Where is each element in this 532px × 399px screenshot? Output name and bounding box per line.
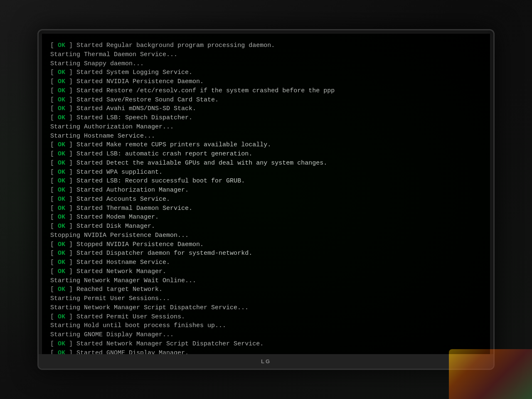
ok-status: OK [54, 177, 69, 185]
ok-status: OK [54, 42, 69, 49]
log-line: [ OK ] Started LSB: automatic crash repo… [50, 150, 482, 159]
log-line: [ OK ] Started Avahi mDNS/DNS-SD Stack. [50, 104, 482, 113]
log-indent-message: Starting GNOME Display Manager... [50, 331, 174, 338]
log-message: Started Save/Restore Sound Card State. [76, 96, 219, 103]
bracket-open: [ [50, 187, 54, 194]
log-line: Starting Network Manager Script Dispatch… [50, 303, 482, 313]
bracket-close: ] [69, 205, 73, 212]
log-indent-message: Starting Thermal Daemon Service... [50, 51, 177, 58]
bracket-close: ] [69, 114, 73, 121]
bracket-open: [ [50, 141, 54, 148]
bracket-close: ] [69, 268, 73, 275]
ok-status: OK [54, 241, 69, 248]
log-line: Starting Thermal Daemon Service... [50, 50, 482, 59]
bracket-close: ] [69, 241, 73, 248]
log-message: Started Avahi mDNS/DNS-SD Stack. [76, 105, 196, 112]
log-line: [ OK ] Started Make remote CUPS printers… [50, 140, 482, 150]
bracket-close: ] [69, 96, 73, 103]
log-line: [ OK ] Started LSB: Record successful bo… [50, 177, 482, 186]
log-line: [ OK ] Started Dispatcher daemon for sys… [50, 249, 482, 258]
bracket-close: ] [69, 105, 73, 112]
log-message: Started LSB: Speech Dispatcher. [76, 114, 192, 121]
log-line: [ OK ] Started GNOME Display Manager. [50, 349, 482, 355]
bracket-close: ] [69, 169, 73, 176]
bracket-close: ] [69, 69, 73, 76]
log-line: Starting Network Manager Wait Online... [50, 276, 482, 286]
log-message: Started Network Manager Script Dispatche… [76, 340, 264, 347]
log-line: [ OK ] Started Save/Restore Sound Card S… [50, 96, 482, 105]
bracket-open: [ [50, 87, 54, 94]
log-line: Starting Hostname Service... [50, 132, 482, 141]
bracket-close: ] [69, 150, 73, 158]
ok-status: OK [54, 268, 69, 275]
ok-status: OK [54, 87, 69, 94]
bracket-open: [ [50, 205, 54, 212]
log-message: Started LSB: Record successful boot for … [76, 177, 245, 185]
log-line: Starting GNOME Display Manager... [50, 330, 482, 340]
bracket-open: [ [50, 78, 54, 85]
ok-status: OK [54, 196, 69, 203]
bracket-open: [ [50, 350, 54, 355]
bracket-open: [ [50, 286, 54, 293]
ok-status: OK [54, 105, 69, 112]
log-indent-message: Starting Hold until boot process finishe… [50, 322, 226, 329]
log-message: Started GNOME Display Manager. [76, 350, 189, 355]
bracket-close: ] [69, 177, 73, 185]
ok-status: OK [54, 187, 69, 194]
ok-status: OK [54, 160, 69, 167]
bracket-close: ] [69, 160, 73, 167]
log-line: Starting Permit User Sessions... [50, 294, 482, 303]
bracket-open: [ [50, 196, 54, 203]
bracket-open: [ [50, 313, 54, 320]
bracket-close: ] [69, 187, 73, 194]
log-message: Started Make remote CUPS printers availa… [76, 141, 271, 148]
bracket-open: [ [50, 268, 54, 275]
bracket-open: [ [50, 241, 54, 248]
ok-status: OK [54, 78, 69, 85]
log-indent-message: Starting Network Manager Wait Online... [50, 277, 196, 284]
bracket-close: ] [69, 78, 73, 85]
log-line: [ OK ] Started Permit User Sessions. [50, 313, 482, 322]
log-message: Started NVIDIA Persistence Daemon. [76, 78, 204, 85]
ok-status: OK [54, 141, 69, 148]
log-line: [ OK ] Started Restore /etc/resolv.conf … [50, 86, 482, 96]
bracket-close: ] [69, 286, 73, 293]
log-line: Starting Snappy daemon... [50, 59, 482, 69]
ok-status: OK [54, 340, 69, 347]
bracket-open: [ [50, 42, 54, 49]
log-message: Started Permit User Sessions. [76, 313, 185, 320]
log-line: [ OK ] Started Thermal Daemon Service. [50, 204, 482, 213]
log-message: Started Hostname Service. [76, 259, 170, 266]
log-line: [ OK ] Started Hostname Service. [50, 258, 482, 267]
log-line: [ OK ] Started WPA supplicant. [50, 168, 482, 177]
bracket-open: [ [50, 150, 54, 158]
log-message: Started Regular background program proce… [76, 42, 275, 49]
log-message: Stopped NVIDIA Persistence Daemon. [76, 241, 204, 248]
log-line: [ OK ] Started Disk Manager. [50, 222, 482, 231]
log-message: Started Modem Manager. [76, 214, 159, 221]
log-line: [ OK ] Started Detect the available GPUs… [50, 159, 482, 168]
bracket-close: ] [69, 214, 73, 221]
log-line: [ OK ] Started Accounts Service. [50, 195, 482, 204]
terminal-screen: [ OK ] Started Regular background progra… [42, 34, 490, 354]
ok-status: OK [54, 214, 69, 221]
log-message: Started Thermal Daemon Service. [76, 205, 192, 212]
ok-status: OK [54, 259, 69, 266]
log-indent-message: Starting Snappy daemon... [50, 60, 144, 67]
ok-status: OK [54, 69, 69, 76]
bracket-close: ] [69, 250, 73, 257]
log-message: Started LSB: automatic crash report gene… [76, 150, 252, 158]
log-line: [ OK ] Started Network Manager. [50, 267, 482, 276]
monitor-outer: [ OK ] Started Regular background progra… [0, 0, 532, 399]
log-message: Started WPA supplicant. [76, 169, 163, 176]
log-line: [ OK ] Started NVIDIA Persistence Daemon… [50, 77, 482, 86]
ok-status: OK [54, 169, 69, 176]
ok-status: OK [54, 223, 69, 230]
bracket-close: ] [69, 42, 73, 49]
log-indent-message: Starting Network Manager Script Dispatch… [50, 304, 249, 311]
ok-status: OK [54, 114, 69, 121]
ok-status: OK [54, 205, 69, 212]
log-line: [ OK ] Started LSB: Speech Dispatcher. [50, 113, 482, 123]
log-line: Starting Hold until boot process finishe… [50, 321, 482, 330]
ok-status: OK [54, 96, 69, 103]
